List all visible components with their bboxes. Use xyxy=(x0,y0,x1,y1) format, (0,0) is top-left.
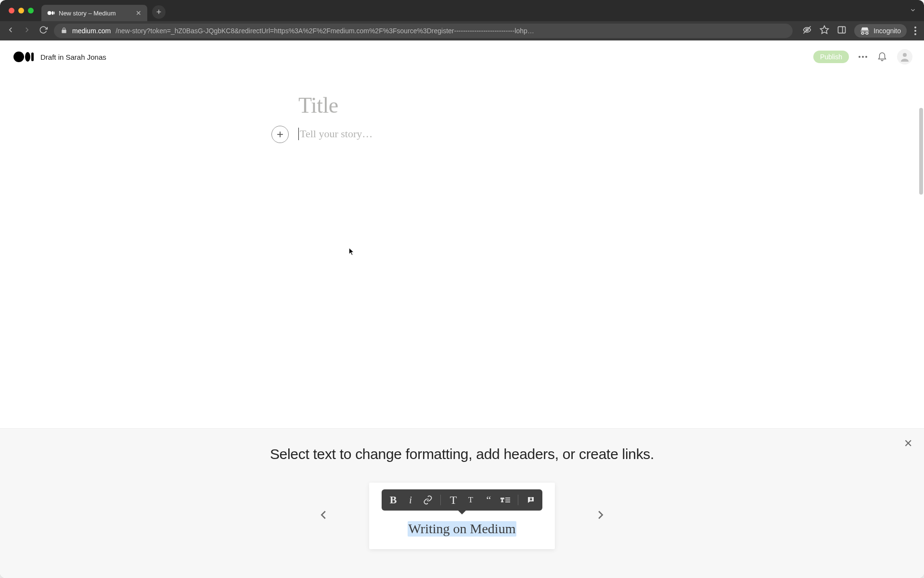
window-close[interactable] xyxy=(9,8,14,13)
svg-point-9 xyxy=(866,32,868,34)
incognito-indicator[interactable]: Incognito xyxy=(854,24,907,38)
format-bold-button[interactable]: B xyxy=(385,492,401,508)
side-panel-icon[interactable] xyxy=(837,25,847,37)
url-path: /new-story?token=_hZ0BasG-JQgbKC8&redire… xyxy=(116,27,534,35)
window-maximize[interactable] xyxy=(28,8,34,13)
toolbar-separator xyxy=(440,495,441,505)
browser-tab-strip: New story – Medium ✕ + xyxy=(0,0,924,21)
toolbar-separator xyxy=(518,495,518,505)
plus-icon: + xyxy=(277,129,283,140)
svg-point-10 xyxy=(903,53,907,57)
mouse-cursor-icon xyxy=(349,248,355,256)
tabs-menu-chevron-icon[interactable] xyxy=(910,7,916,15)
onboarding-panel: ✕ Select text to change formatting, add … xyxy=(0,428,924,578)
url-bar[interactable]: medium.com/new-story?token=_hZ0BasG-JQgb… xyxy=(54,24,793,38)
format-private-note-button[interactable] xyxy=(523,492,539,508)
vertical-scrollbar[interactable] xyxy=(918,40,923,578)
new-tab-button[interactable]: + xyxy=(152,5,166,19)
format-heading-large-button[interactable]: T xyxy=(446,492,461,508)
tracking-protection-icon[interactable] xyxy=(802,25,812,37)
onboarding-example-text: Writing on Medium xyxy=(408,521,517,537)
tab-close-button[interactable]: ✕ xyxy=(136,9,141,17)
link-icon xyxy=(423,495,433,505)
onboarding-next-button[interactable] xyxy=(593,508,608,524)
onboarding-prev-button[interactable] xyxy=(316,508,331,524)
svg-point-2 xyxy=(54,12,55,15)
bookmark-star-icon[interactable] xyxy=(820,25,829,37)
window-minimize[interactable] xyxy=(18,8,24,13)
app-header: Draft in Sarah Jonas Publish xyxy=(0,40,924,73)
formatting-toolbar: B i T T “ T xyxy=(382,489,542,511)
nav-back-button[interactable] xyxy=(5,26,16,36)
svg-point-1 xyxy=(51,11,53,14)
format-quote-button[interactable]: “ xyxy=(480,492,496,508)
window-controls xyxy=(9,8,34,13)
format-drop-cap-button[interactable]: T xyxy=(498,492,513,508)
onboarding-example-card: B i T T “ T xyxy=(369,483,555,549)
drop-cap-icon: T xyxy=(500,496,510,504)
body-input[interactable]: Tell your story… xyxy=(298,128,372,140)
tab-favicon xyxy=(47,9,55,17)
more-menu-icon[interactable] xyxy=(859,56,867,58)
avatar[interactable] xyxy=(897,49,912,65)
url-domain: medium.com xyxy=(72,27,111,35)
svg-point-8 xyxy=(862,32,864,34)
draft-status-label: Draft in Sarah Jonas xyxy=(40,53,106,61)
svg-point-0 xyxy=(48,11,51,15)
editor: Title + Tell your story… xyxy=(279,92,645,140)
title-input[interactable]: Title xyxy=(298,92,645,118)
format-heading-small-button[interactable]: T xyxy=(463,492,478,508)
svg-marker-5 xyxy=(821,26,829,34)
notifications-bell-icon[interactable] xyxy=(877,51,887,63)
browser-tab[interactable]: New story – Medium ✕ xyxy=(41,5,147,21)
incognito-icon xyxy=(860,26,870,36)
format-italic-button[interactable]: i xyxy=(403,492,418,508)
medium-logo[interactable] xyxy=(13,52,34,62)
incognito-label: Incognito xyxy=(873,27,901,35)
publish-button[interactable]: Publish xyxy=(813,51,849,63)
scrollbar-thumb[interactable] xyxy=(919,108,923,195)
svg-text:T: T xyxy=(500,497,504,503)
nav-reload-button[interactable] xyxy=(38,26,49,36)
chrome-menu-icon[interactable] xyxy=(914,26,916,35)
svg-rect-15 xyxy=(530,499,532,500)
nav-forward-button[interactable] xyxy=(21,26,33,36)
onboarding-headline: Select text to change formatting, add he… xyxy=(19,446,905,462)
lock-icon xyxy=(61,27,67,35)
tab-title: New story – Medium xyxy=(59,10,116,17)
browser-toolbar: medium.com/new-story?token=_hZ0BasG-JQgb… xyxy=(0,21,924,40)
onboarding-close-button[interactable]: ✕ xyxy=(904,437,912,450)
private-note-icon xyxy=(526,496,536,504)
add-block-button[interactable]: + xyxy=(271,126,289,143)
format-link-button[interactable] xyxy=(420,492,436,508)
svg-rect-6 xyxy=(838,26,846,33)
